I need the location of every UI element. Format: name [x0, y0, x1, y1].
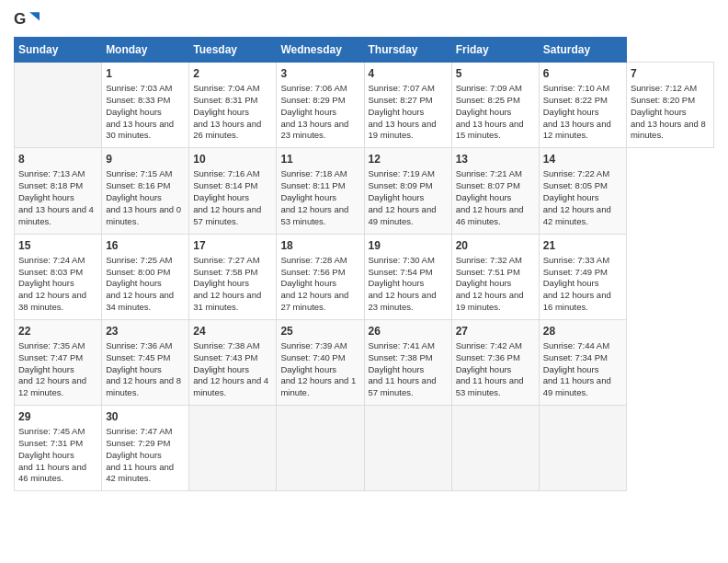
- calendar-cell: 14Sunrise: 7:22 AMSunset: 8:05 PMDayligh…: [539, 148, 626, 234]
- day-number: 2: [193, 66, 272, 81]
- header-row: SundayMondayTuesdayWednesdayThursdayFrid…: [15, 38, 714, 63]
- day-number: 29: [18, 409, 97, 424]
- day-info: Sunrise: 7:04 AMSunset: 8:31 PMDaylight …: [193, 83, 261, 140]
- calendar-cell: 27Sunrise: 7:42 AMSunset: 7:36 PMDayligh…: [451, 319, 539, 405]
- calendar-cell: [15, 63, 102, 148]
- calendar-cell: 8Sunrise: 7:13 AMSunset: 8:18 PMDaylight…: [15, 148, 102, 234]
- day-number: 18: [280, 238, 359, 253]
- week-row-1: 1Sunrise: 7:03 AMSunset: 8:33 PMDaylight…: [15, 63, 714, 148]
- day-number: 1: [106, 66, 185, 81]
- day-info: Sunrise: 7:06 AMSunset: 8:29 PMDaylight …: [280, 83, 348, 140]
- day-info: Sunrise: 7:25 AMSunset: 8:00 PMDaylight …: [106, 255, 174, 312]
- day-info: Sunrise: 7:27 AMSunset: 7:58 PMDaylight …: [193, 255, 261, 312]
- col-header-friday: Friday: [451, 38, 539, 63]
- day-number: 17: [193, 238, 272, 253]
- day-info: Sunrise: 7:19 AMSunset: 8:09 PMDaylight …: [369, 168, 437, 225]
- calendar-cell: [539, 406, 626, 491]
- day-info: Sunrise: 7:30 AMSunset: 7:54 PMDaylight …: [369, 255, 437, 312]
- col-header-sunday: Sunday: [15, 38, 102, 63]
- calendar-cell: 20Sunrise: 7:32 AMSunset: 7:51 PMDayligh…: [451, 234, 539, 319]
- day-number: 13: [456, 152, 535, 167]
- calendar-cell: [189, 406, 277, 491]
- day-number: 15: [18, 238, 97, 253]
- day-info: Sunrise: 7:18 AMSunset: 8:11 PMDaylight …: [280, 168, 348, 225]
- day-number: 23: [106, 324, 185, 339]
- day-number: 14: [543, 152, 622, 167]
- col-header-tuesday: Tuesday: [189, 38, 277, 63]
- day-number: 3: [280, 66, 359, 81]
- calendar-cell: 26Sunrise: 7:41 AMSunset: 7:38 PMDayligh…: [364, 319, 451, 405]
- day-number: 26: [369, 324, 448, 339]
- day-number: 28: [543, 324, 622, 339]
- day-info: Sunrise: 7:38 AMSunset: 7:43 PMDaylight …: [193, 340, 268, 397]
- col-header-thursday: Thursday: [364, 38, 451, 63]
- day-info: Sunrise: 7:24 AMSunset: 8:03 PMDaylight …: [18, 255, 86, 312]
- day-number: 6: [543, 66, 622, 81]
- day-info: Sunrise: 7:36 AMSunset: 7:45 PMDaylight …: [106, 340, 181, 397]
- day-number: 20: [456, 238, 535, 253]
- logo: G: [14, 9, 43, 29]
- calendar-cell: 4Sunrise: 7:07 AMSunset: 8:27 PMDaylight…: [364, 63, 451, 148]
- day-number: 30: [106, 409, 185, 424]
- day-number: 4: [369, 66, 448, 81]
- day-info: Sunrise: 7:07 AMSunset: 8:27 PMDaylight …: [369, 83, 437, 140]
- calendar-cell: 13Sunrise: 7:21 AMSunset: 8:07 PMDayligh…: [451, 148, 539, 234]
- day-info: Sunrise: 7:16 AMSunset: 8:14 PMDaylight …: [193, 168, 261, 225]
- day-number: 21: [543, 238, 622, 253]
- day-info: Sunrise: 7:03 AMSunset: 8:33 PMDaylight …: [106, 83, 174, 140]
- day-info: Sunrise: 7:09 AMSunset: 8:25 PMDaylight …: [456, 83, 524, 140]
- calendar-cell: 25Sunrise: 7:39 AMSunset: 7:40 PMDayligh…: [277, 319, 364, 405]
- calendar-cell: 7Sunrise: 7:12 AMSunset: 8:20 PMDaylight…: [626, 63, 713, 148]
- calendar-cell: 23Sunrise: 7:36 AMSunset: 7:45 PMDayligh…: [102, 319, 189, 405]
- calendar-cell: 11Sunrise: 7:18 AMSunset: 8:11 PMDayligh…: [277, 148, 364, 234]
- calendar-cell: 28Sunrise: 7:44 AMSunset: 7:34 PMDayligh…: [539, 319, 626, 405]
- day-info: Sunrise: 7:21 AMSunset: 8:07 PMDaylight …: [456, 168, 524, 225]
- day-number: 12: [369, 152, 448, 167]
- calendar-cell: 30Sunrise: 7:47 AMSunset: 7:29 PMDayligh…: [102, 406, 189, 491]
- calendar-cell: 3Sunrise: 7:06 AMSunset: 8:29 PMDaylight…: [277, 63, 364, 148]
- calendar-cell: 21Sunrise: 7:33 AMSunset: 7:49 PMDayligh…: [539, 234, 626, 319]
- calendar-cell: 29Sunrise: 7:45 AMSunset: 7:31 PMDayligh…: [15, 406, 102, 491]
- calendar-cell: 17Sunrise: 7:27 AMSunset: 7:58 PMDayligh…: [189, 234, 277, 319]
- calendar-cell: 1Sunrise: 7:03 AMSunset: 8:33 PMDaylight…: [102, 63, 189, 148]
- col-header-monday: Monday: [102, 38, 189, 63]
- calendar-cell: 12Sunrise: 7:19 AMSunset: 8:09 PMDayligh…: [364, 148, 451, 234]
- day-info: Sunrise: 7:41 AMSunset: 7:38 PMDaylight …: [369, 340, 437, 397]
- day-info: Sunrise: 7:42 AMSunset: 7:36 PMDaylight …: [456, 340, 524, 397]
- day-info: Sunrise: 7:39 AMSunset: 7:40 PMDaylight …: [280, 340, 356, 397]
- col-header-wednesday: Wednesday: [277, 38, 364, 63]
- day-info: Sunrise: 7:44 AMSunset: 7:34 PMDaylight …: [543, 340, 611, 397]
- header: G: [14, 9, 714, 29]
- day-number: 5: [456, 66, 535, 81]
- calendar-cell: 15Sunrise: 7:24 AMSunset: 8:03 PMDayligh…: [15, 234, 102, 319]
- calendar-cell: 19Sunrise: 7:30 AMSunset: 7:54 PMDayligh…: [364, 234, 451, 319]
- calendar-cell: 5Sunrise: 7:09 AMSunset: 8:25 PMDaylight…: [451, 63, 539, 148]
- day-number: 11: [280, 152, 359, 167]
- day-number: 19: [369, 238, 448, 253]
- day-info: Sunrise: 7:12 AMSunset: 8:20 PMDaylight …: [631, 83, 706, 140]
- col-header-saturday: Saturday: [539, 38, 626, 63]
- day-info: Sunrise: 7:35 AMSunset: 7:47 PMDaylight …: [18, 340, 86, 397]
- day-info: Sunrise: 7:33 AMSunset: 7:49 PMDaylight …: [543, 255, 611, 312]
- day-info: Sunrise: 7:10 AMSunset: 8:22 PMDaylight …: [543, 83, 611, 140]
- day-number: 8: [18, 152, 97, 167]
- day-number: 24: [193, 324, 272, 339]
- week-row-3: 15Sunrise: 7:24 AMSunset: 8:03 PMDayligh…: [15, 234, 714, 319]
- svg-text:G: G: [14, 10, 26, 28]
- day-info: Sunrise: 7:45 AMSunset: 7:31 PMDaylight …: [18, 426, 86, 483]
- calendar-cell: [451, 406, 539, 491]
- week-row-5: 29Sunrise: 7:45 AMSunset: 7:31 PMDayligh…: [15, 406, 714, 491]
- day-info: Sunrise: 7:13 AMSunset: 8:18 PMDaylight …: [18, 168, 94, 225]
- calendar-cell: [364, 406, 451, 491]
- day-info: Sunrise: 7:32 AMSunset: 7:51 PMDaylight …: [456, 255, 524, 312]
- calendar-cell: 16Sunrise: 7:25 AMSunset: 8:00 PMDayligh…: [102, 234, 189, 319]
- day-number: 27: [456, 324, 535, 339]
- week-row-2: 8Sunrise: 7:13 AMSunset: 8:18 PMDaylight…: [15, 148, 714, 234]
- calendar-cell: 9Sunrise: 7:15 AMSunset: 8:16 PMDaylight…: [102, 148, 189, 234]
- day-number: 9: [106, 152, 185, 167]
- day-number: 16: [106, 238, 185, 253]
- day-info: Sunrise: 7:15 AMSunset: 8:16 PMDaylight …: [106, 168, 181, 225]
- calendar-cell: 2Sunrise: 7:04 AMSunset: 8:31 PMDaylight…: [189, 63, 277, 148]
- calendar-table: SundayMondayTuesdayWednesdayThursdayFrid…: [14, 37, 714, 491]
- svg-marker-1: [29, 12, 40, 20]
